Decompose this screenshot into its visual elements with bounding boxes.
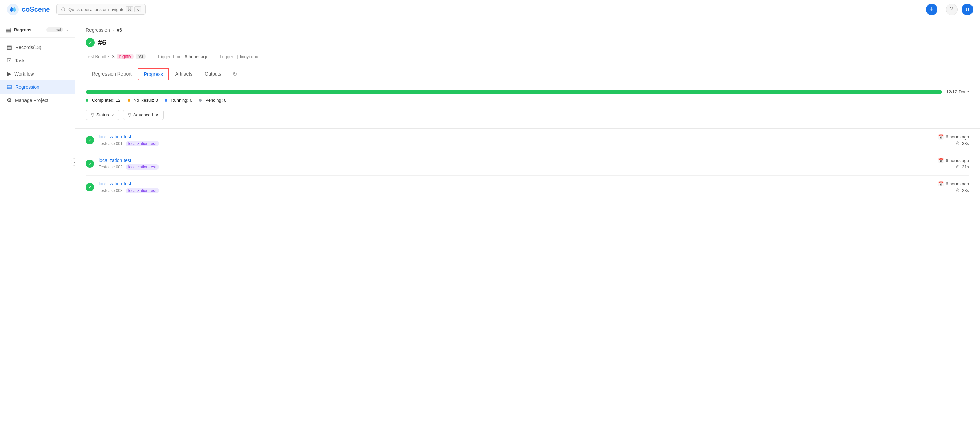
meta-trigger: Trigger: | lingyi.chu [220,54,258,59]
calendar-icon-1: 📅 [938,134,943,140]
test-case-id-1: Testcase 001 [99,141,123,146]
table-row: ✓ localization test Testcase 003 localiz… [86,176,969,199]
sidebar-item-label-workflow: Workflow [14,71,34,76]
progress-section: 12/12 Done Completed: 12 No Result: 0 Ru… [86,89,969,103]
stat-completed-label: Completed: 12 [92,98,121,103]
breadcrumb-current: #6 [117,27,123,33]
sidebar-item-manage[interactable]: ⚙ Manage Project [0,94,75,107]
progress-bar-row: 12/12 Done [86,89,969,94]
main-inner: Regression › #6 ✓ #6 Test Bundle: 3 nigh… [75,19,980,207]
status-filter-icon: ▽ [91,112,94,118]
project-icon: ▤ [5,26,11,33]
refresh-button[interactable]: ↻ [229,67,241,81]
user-icon: | [237,54,237,59]
test-info-2: localization test Testcase 002 localizat… [99,157,933,170]
logo[interactable]: coScene [7,3,50,16]
expand-icon[interactable]: ⌄ [66,27,69,32]
workflow-icon: ▶ [7,70,11,77]
test-bundle-label: Test Bundle: [86,54,110,59]
test-time-3: 📅 6 hours ago ⏱ 28s [938,181,969,193]
calendar-icon-3: 📅 [938,181,943,186]
test-name-1[interactable]: localization test [99,134,933,140]
sidebar-header: ▤ Regress... Internal ⌄ [0,23,75,38]
status-filter-button[interactable]: ▽ Status ∨ [86,110,119,120]
sidebar-item-label-records: Records(13) [15,45,41,50]
stat-no-result-label: No Result: 0 [134,98,158,103]
nav-divider [942,5,942,14]
duration-value-3: 28s [962,188,969,193]
time-ago-value-1: 6 hours ago [946,134,969,140]
test-name-3[interactable]: localization test [99,181,933,186]
duration-value-2: 31s [962,164,969,169]
page-title: #6 [98,38,106,47]
test-time-ago-2: 📅 6 hours ago [938,158,969,163]
table-row: ✓ localization test Testcase 001 localiz… [86,129,969,152]
stat-running-label: Running: 0 [171,98,192,103]
search-bar[interactable]: ⌘ K [56,4,145,14]
tab-progress[interactable]: Progress [138,68,169,80]
records-icon: ▤ [7,44,12,50]
version-tag: v3 [136,54,146,59]
test-bundle-value: 3 [112,54,115,59]
test-time-2: 📅 6 hours ago ⏱ 31s [938,158,969,169]
tab-regression-report[interactable]: Regression Report [86,68,138,81]
advanced-filter-label: Advanced [134,112,153,118]
test-tag-3[interactable]: localization-test [126,188,159,193]
test-status-icon-3: ✓ [86,183,94,191]
logo-text: coScene [22,5,50,13]
test-tag-1[interactable]: localization-test [126,141,159,146]
test-time-ago-1: 📅 6 hours ago [938,134,969,140]
test-name-2[interactable]: localization test [99,157,933,163]
sidebar-item-label-task: Task [15,58,25,63]
avatar[interactable]: U [962,4,973,15]
breadcrumb-parent[interactable]: Regression [86,27,110,33]
clock-icon-1: ⏱ [956,141,960,146]
trigger-label: Trigger: [220,54,234,59]
test-meta-3: Testcase 003 localization-test [99,188,933,193]
tab-outputs[interactable]: Outputs [198,68,227,81]
duration-value-1: 33s [962,141,969,146]
advanced-filter-button[interactable]: ▽ Advanced ∨ [123,110,164,120]
dot-no-result [127,99,130,102]
test-time-ago-3: 📅 6 hours ago [938,181,969,186]
test-info-1: localization test Testcase 001 localizat… [99,134,933,146]
meta-row: Test Bundle: 3 nightly v3 Trigger Time: … [86,54,969,59]
manage-icon: ⚙ [7,97,11,103]
breadcrumb-separator: › [113,27,115,33]
progress-bar-track [86,90,942,94]
test-duration-2: ⏱ 31s [956,164,969,169]
stat-pending-label: Pending: 0 [205,98,226,103]
advanced-filter-chevron: ∨ [155,112,159,118]
tabs: Regression Report Progress Artifacts Out… [86,67,969,81]
help-button[interactable]: ? [946,4,958,15]
breadcrumb: Regression › #6 [86,27,969,33]
regression-icon: ▤ [7,84,12,90]
test-case-id-2: Testcase 002 [99,165,123,169]
test-tag-2[interactable]: localization-test [126,164,159,170]
progress-bar-fill [86,90,942,94]
test-time-1: 📅 6 hours ago ⏱ 33s [938,134,969,146]
sidebar-collapse-button[interactable]: ‹ [71,158,75,166]
sidebar-item-workflow[interactable]: ▶ Workflow [0,67,75,80]
sidebar-item-records[interactable]: ▤ Records(13) [0,40,75,54]
stat-pending: Pending: 0 [199,98,226,103]
trigger-time-value: 6 hours ago [185,54,208,59]
test-case-id-3: Testcase 003 [99,188,123,193]
search-input[interactable] [68,7,123,12]
main-content: Regression › #6 ✓ #6 Test Bundle: 3 nigh… [75,19,980,426]
nightly-tag: nightly [117,54,134,59]
project-badge: Internal [46,27,63,32]
test-duration-3: ⏱ 28s [956,188,969,193]
dot-completed [86,99,89,102]
test-status-icon-2: ✓ [86,160,94,168]
keyboard-shortcut: ⌘ K [126,6,141,12]
tab-artifacts[interactable]: Artifacts [169,68,199,81]
page-title-row: ✓ #6 [86,38,969,47]
sidebar-item-task[interactable]: ☑ Task [0,54,75,67]
time-ago-value-2: 6 hours ago [946,158,969,163]
sidebar-item-regression[interactable]: ▤ Regression [0,80,75,94]
nav-right: + ? U [926,4,973,15]
meta-test-bundle: Test Bundle: 3 nightly v3 [86,54,146,59]
add-button[interactable]: + [926,4,937,15]
clock-icon-3: ⏱ [956,188,960,193]
